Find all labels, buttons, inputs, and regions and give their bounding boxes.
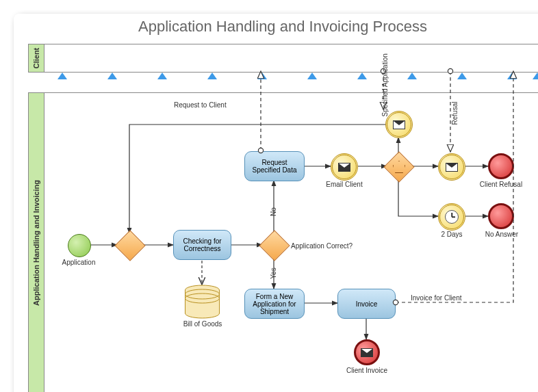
start-event-label: Application	[60, 259, 98, 266]
start-event	[68, 234, 91, 257]
task-request-data: Request Specified Data	[244, 151, 305, 181]
pool-main-label: Application Handling and Invoicing	[29, 93, 44, 392]
end-noanswer-label: No Answer	[483, 231, 521, 238]
event-spec-app	[385, 111, 413, 138]
flow-no-label: No	[270, 207, 277, 216]
flow-request-to-client-label: Request to Client	[174, 101, 227, 109]
clock-icon	[445, 210, 459, 224]
task-invoice: Invoice	[337, 289, 396, 319]
envelope-icon	[446, 163, 458, 172]
message-marker-icon	[407, 73, 417, 79]
message-marker-icon	[307, 73, 317, 79]
gateway-correct-label: Application Correct?	[291, 242, 353, 250]
flow-spec-app-label: Specified Application	[381, 76, 389, 117]
diagram-title: Application Handling and Invoicing Proce…	[14, 18, 538, 36]
task-checking: Checking for Correctness	[173, 230, 231, 260]
message-marker-icon	[157, 73, 167, 79]
timer-label: 2 Days	[440, 231, 463, 238]
message-marker-icon	[533, 73, 538, 79]
pool-main: Application Handling and Invoicing	[28, 92, 538, 392]
task-form-shipment: Form a New Application for Shipment	[244, 289, 305, 319]
end-event-refusal	[488, 153, 514, 179]
flow-refusal-label: Refusal	[451, 100, 459, 127]
gateway-event-based	[383, 151, 414, 182]
end-event-noanswer	[488, 203, 514, 229]
message-marker-icon	[507, 73, 517, 79]
data-store-bill	[183, 285, 221, 319]
envelope-icon	[361, 348, 373, 357]
pool-client: Client	[28, 44, 538, 73]
message-marker-icon	[357, 73, 367, 79]
bpmn-diagram: Application Handling and Invoicing Proce…	[14, 14, 538, 392]
gateway-merge	[114, 230, 145, 261]
flow-yes-label: Yes	[270, 267, 277, 278]
event-timer	[438, 203, 465, 231]
end-invoice-label: Client Invoice	[344, 367, 389, 374]
message-marker-icon	[457, 73, 467, 79]
end-refusal-label: Client Refusal	[477, 181, 525, 188]
event-email-client	[331, 153, 358, 181]
end-event-invoice	[354, 339, 380, 365]
flow-invoice-label: Invoice for Client	[411, 294, 461, 302]
event-email-client-label: Email Client	[324, 181, 365, 188]
message-marker-icon	[57, 73, 67, 79]
data-store-label: Bill of Goods	[180, 320, 225, 328]
message-marker-icon	[257, 73, 267, 79]
gateway-correct	[259, 230, 290, 261]
event-refusal	[438, 153, 465, 181]
message-marker-icon	[207, 73, 217, 79]
envelope-icon	[338, 163, 350, 172]
message-marker-icon	[107, 73, 117, 79]
pool-client-label: Client	[29, 44, 44, 72]
envelope-icon	[393, 120, 405, 129]
